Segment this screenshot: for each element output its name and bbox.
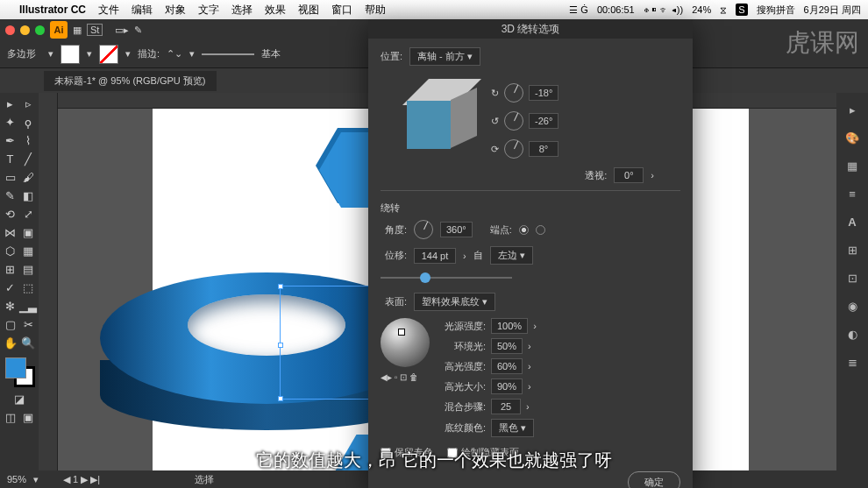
panel-appearance[interactable]: ◐	[841, 322, 864, 345]
screen-mode[interactable]: ▣	[19, 408, 37, 426]
scale-tool[interactable]: ⤢	[19, 205, 37, 223]
fill-swatch[interactable]	[60, 45, 80, 64]
slice-tool[interactable]: ✂	[19, 315, 37, 333]
type-tool[interactable]: T	[2, 150, 18, 167]
panel-type[interactable]: A	[841, 210, 864, 233]
surface-select[interactable]: 塑料效果底纹 ▾	[414, 293, 495, 311]
ime[interactable]: 搜狗拼音	[757, 4, 795, 17]
width-tool[interactable]: ⋈	[2, 223, 18, 241]
panel-stroke[interactable]: ≡	[841, 182, 864, 205]
stroke-style[interactable]	[202, 53, 254, 55]
cap-off[interactable]	[536, 225, 545, 235]
shaper-tool[interactable]: ✎	[2, 187, 18, 204]
stroke-stepper[interactable]: ⌃⌄	[167, 48, 182, 60]
panel-pathfinder[interactable]: ◉	[841, 294, 864, 317]
hl-size[interactable]: 90%	[491, 378, 523, 394]
doc-tab[interactable]: 未标题-1* @ 95% (RGB/GPU 预览)	[44, 71, 217, 91]
panel-properties[interactable]: ▸	[841, 98, 864, 121]
shade-color[interactable]: 黑色 ▾	[491, 419, 534, 437]
offset-slider[interactable]	[381, 272, 512, 284]
rotate-tool[interactable]: ⟲	[2, 205, 18, 223]
bridge-icon[interactable]: ▦	[73, 25, 82, 36]
color-box[interactable]	[2, 356, 37, 389]
ime-icon[interactable]: S	[736, 4, 747, 16]
panel-transform[interactable]: ⊡	[841, 266, 864, 289]
light-int[interactable]: 100%	[491, 318, 528, 334]
rotation-cube[interactable]	[398, 74, 477, 153]
rot-y-value[interactable]: -26°	[529, 113, 559, 129]
menu-object[interactable]: 对象	[165, 3, 186, 18]
app-name[interactable]: Illustrator CC	[19, 4, 86, 16]
free-transform[interactable]: ▣	[19, 223, 37, 241]
zoom-tool[interactable]: 🔍	[19, 334, 37, 351]
ruler-vertical[interactable]	[39, 93, 58, 488]
menu-help[interactable]: 帮助	[365, 3, 386, 18]
line-tool[interactable]: ╱	[19, 150, 37, 167]
cap-on[interactable]	[519, 225, 529, 235]
date: 6月29日 周四	[804, 4, 861, 17]
rect-tool[interactable]: ▭	[2, 168, 18, 186]
angle-dial[interactable]	[414, 220, 433, 239]
stock-icon[interactable]: St	[87, 24, 103, 36]
hand-tool[interactable]: ✋	[2, 334, 18, 351]
max-window[interactable]	[35, 25, 45, 35]
stroke-swatch[interactable]	[99, 45, 118, 64]
panel-color[interactable]: 🎨	[841, 126, 864, 149]
curve-tool[interactable]: ⌇	[19, 131, 37, 149]
color-mode[interactable]: ◪	[2, 390, 37, 407]
wand-tool[interactable]: ✦	[2, 113, 18, 131]
light-sphere[interactable]	[381, 318, 430, 367]
brush-tool[interactable]: 🖌	[19, 168, 37, 186]
light-controls[interactable]: ◀▸ ▫ ⊡ 🗑	[381, 372, 430, 382]
menu-window[interactable]: 窗口	[331, 3, 352, 18]
persp-more[interactable]: ›	[651, 170, 654, 180]
rot-x-dial[interactable]	[504, 83, 523, 103]
graph-tool[interactable]: ▁▃	[19, 297, 37, 315]
menu-select[interactable]: 选择	[231, 3, 253, 18]
rot-y-dial[interactable]	[504, 111, 523, 131]
menu-effect[interactable]: 效果	[265, 3, 286, 18]
menu-edit[interactable]: 编辑	[132, 3, 153, 18]
rot-x-value[interactable]: -18°	[529, 85, 559, 101]
blend-tool[interactable]: ⬚	[19, 279, 37, 296]
zoom-value[interactable]: 95%	[7, 474, 26, 484]
selection-tool[interactable]: ▸	[2, 95, 18, 112]
menu-view[interactable]: 视图	[298, 3, 319, 18]
watermark: 虎课网	[786, 26, 859, 60]
rot-z-dial[interactable]	[504, 139, 523, 159]
persp-value[interactable]: 0°	[614, 167, 644, 183]
eraser-tool[interactable]: ◧	[19, 187, 37, 204]
menu-file[interactable]: 文件	[98, 3, 119, 18]
eyedropper[interactable]: ✓	[2, 279, 18, 296]
ok-button[interactable]: 确定	[628, 471, 680, 488]
artboard-tool[interactable]: ▢	[2, 315, 18, 333]
mesh-tool[interactable]: ⊞	[2, 260, 18, 278]
close-window[interactable]	[5, 25, 15, 35]
panel-align[interactable]: ⊞	[841, 238, 864, 261]
symbol-tool[interactable]: ✻	[2, 297, 18, 315]
panel-layers[interactable]: ≣	[841, 350, 864, 373]
ambient[interactable]: 50%	[491, 338, 523, 354]
blend[interactable]: 25	[491, 399, 521, 414]
direct-select-tool[interactable]: ▹	[19, 95, 37, 112]
gradient-tool[interactable]: ▤	[19, 260, 37, 278]
hl-int[interactable]: 60%	[491, 358, 523, 374]
lasso-tool[interactable]: ϙ	[19, 113, 37, 131]
angle-value[interactable]: 360°	[440, 222, 473, 237]
shape-builder[interactable]: ⬡	[2, 242, 18, 259]
from-select[interactable]: 左边 ▾	[490, 246, 533, 265]
menu-type[interactable]: 文字	[198, 3, 219, 18]
pen-tool[interactable]: ✒	[2, 131, 18, 149]
panel-swatches[interactable]: ▦	[841, 154, 864, 177]
brush-icon[interactable]: ✎	[134, 25, 142, 36]
rot-z-value[interactable]: 8°	[529, 141, 559, 157]
position-select[interactable]: 离轴 - 前方 ▾	[409, 47, 480, 66]
offset-more[interactable]: ›	[463, 251, 466, 261]
arrange-icon[interactable]: ▭▸	[115, 25, 129, 36]
ai-logo: Ai	[50, 21, 68, 39]
min-window[interactable]	[20, 25, 30, 35]
perspective-tool[interactable]: ▦	[19, 242, 37, 259]
basic-label[interactable]: 基本	[261, 47, 281, 60]
draw-mode[interactable]: ◫	[2, 408, 18, 426]
offset-value[interactable]: 144 pt	[414, 248, 456, 264]
